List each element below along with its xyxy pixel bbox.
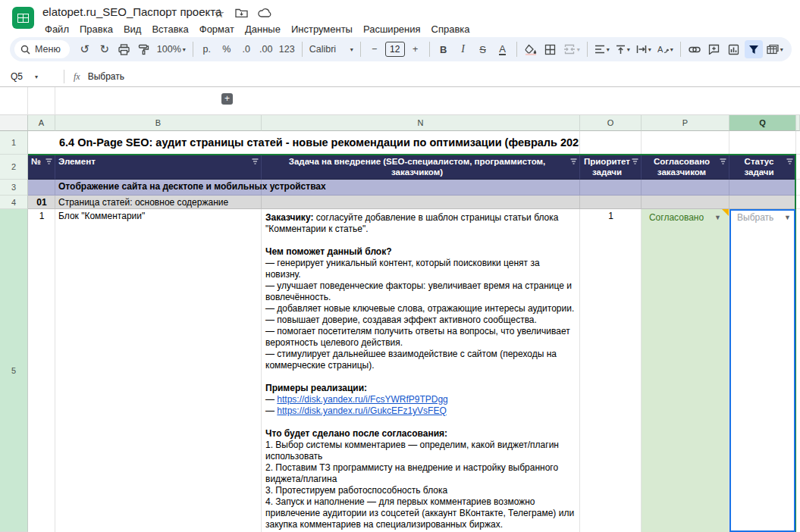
horizontal-align-button[interactable]: ▾ xyxy=(592,40,612,58)
text-color-button[interactable]: A xyxy=(499,44,506,55)
cloud-status-icon[interactable] xyxy=(258,8,272,18)
cell-q2-header-status[interactable]: Статус задачи xyxy=(729,155,796,180)
italic-button[interactable]: I xyxy=(454,40,472,58)
row-header-1[interactable]: 1 xyxy=(0,131,28,155)
cell-p3[interactable] xyxy=(642,180,729,196)
insert-link-button[interactable] xyxy=(685,40,704,58)
cell-a1[interactable] xyxy=(28,131,55,155)
font-size-input[interactable]: 12 xyxy=(385,42,405,57)
cell-b4-subsection[interactable]: Страница статей: основное содержание xyxy=(55,196,262,209)
font-select[interactable]: Calibri▾ xyxy=(307,40,356,58)
cell-o4[interactable] xyxy=(580,196,642,209)
row-header-2[interactable]: 2 xyxy=(0,155,28,180)
redo-button[interactable]: ↻ xyxy=(96,40,114,58)
column-header-n[interactable]: N xyxy=(262,115,580,131)
strikethrough-button[interactable]: S xyxy=(474,40,492,58)
create-filter-button[interactable] xyxy=(745,40,763,58)
cell-o1[interactable] xyxy=(580,131,642,155)
menu-help[interactable]: Справка xyxy=(426,23,475,36)
cell-q5-status-dropdown[interactable]: Выбрать ▼ xyxy=(729,209,796,532)
row-header-3[interactable]: 3 xyxy=(0,180,28,196)
formula-input[interactable]: Выбрать xyxy=(88,71,124,82)
text-rotation-button[interactable]: A ▾ xyxy=(655,40,676,58)
number-format-button[interactable]: 123 xyxy=(277,40,297,58)
cell-q1[interactable] xyxy=(729,131,796,155)
cell-q4[interactable] xyxy=(729,196,796,209)
cell-o3[interactable] xyxy=(580,180,642,196)
cell-b2-header-element[interactable]: Элемент xyxy=(55,155,262,180)
filter-views-button[interactable]: ▾ xyxy=(764,40,786,58)
cell-q3[interactable] xyxy=(729,180,796,196)
cell-p1[interactable] xyxy=(642,131,729,155)
currency-format-button[interactable]: р. xyxy=(198,40,216,58)
decrease-decimal-button[interactable]: .0 xyxy=(237,40,256,58)
select-all-corner[interactable] xyxy=(0,115,28,131)
bold-button[interactable]: B xyxy=(435,40,453,58)
formula-bar: Q5 ▾ fx Выбрать xyxy=(0,67,800,87)
task-link[interactable]: https://disk.yandex.ru/i/GukcEFz1yVsFEQ xyxy=(277,405,446,416)
decrease-font-size-button[interactable]: − xyxy=(365,40,384,58)
svg-text:A: A xyxy=(657,45,664,54)
print-button[interactable] xyxy=(115,40,133,58)
cell-a2-header-num[interactable]: № xyxy=(28,155,55,180)
cell-a5[interactable]: 1 xyxy=(28,209,55,532)
row-header-4[interactable]: 4 xyxy=(0,196,28,209)
increase-decimal-button[interactable]: .00 xyxy=(257,40,275,58)
star-icon[interactable]: ☆ xyxy=(214,6,224,20)
cell-n2-header-task[interactable]: Задача на внедрение (SEO-специалистом, п… xyxy=(262,155,580,180)
column-header-p[interactable]: P xyxy=(642,115,729,131)
document-title[interactable]: elatopet.ru_SEO_Паспорт проекта xyxy=(42,5,221,18)
cell-p2-header-approved[interactable]: Согласовано заказчиком xyxy=(642,155,729,180)
note-marker xyxy=(722,209,729,216)
cell-b3-section[interactable]: Отображение сайта на десктопе и мобильны… xyxy=(55,180,262,196)
text-wrap-button[interactable]: ▾ xyxy=(634,40,654,58)
undo-button[interactable]: ↺ xyxy=(76,40,94,58)
cell-o5-priority[interactable]: 1 xyxy=(580,209,642,532)
cell-o2-header-priority[interactable]: Приоритет задачи xyxy=(580,155,642,180)
cell-n5-task[interactable]: Заказчику: согласуйте добавление в шабло… xyxy=(262,209,580,532)
column-header-o[interactable]: O xyxy=(580,115,642,131)
insert-chart-button[interactable] xyxy=(725,40,743,58)
cell-a4[interactable]: 01 xyxy=(28,196,55,209)
menu-insert[interactable]: Вставка xyxy=(146,23,193,36)
row-header-5[interactable]: 5 xyxy=(0,209,28,532)
menu-edit[interactable]: Правка xyxy=(74,23,118,36)
menu-view[interactable]: Вид xyxy=(118,23,147,36)
menu-data[interactable]: Данные xyxy=(240,23,286,36)
menu-tools[interactable]: Инструменты xyxy=(286,23,358,36)
column-header-q[interactable]: Q xyxy=(729,115,796,131)
increase-font-size-button[interactable]: + xyxy=(406,40,425,58)
move-folder-icon[interactable] xyxy=(235,8,248,18)
vertical-align-button[interactable]: ▾ xyxy=(613,40,632,58)
active-cell-reference: Q5 xyxy=(11,71,23,82)
fill-color-button[interactable] xyxy=(522,40,540,58)
search-menus-button[interactable]: Меню xyxy=(14,40,70,58)
borders-button[interactable] xyxy=(541,40,560,58)
name-box[interactable]: Q5 ▾ xyxy=(0,71,58,82)
filter-icon xyxy=(632,158,638,164)
column-header-b[interactable]: B xyxy=(55,115,262,131)
paint-format-button[interactable] xyxy=(135,40,153,58)
menu-format[interactable]: Формат xyxy=(194,23,240,36)
cell-b5-element[interactable]: Блок "Комментарии" xyxy=(55,209,262,532)
merge-cells-button[interactable]: ▾ xyxy=(561,40,582,58)
cell-p4[interactable] xyxy=(642,196,729,209)
cell-b1-title[interactable]: 6.4 On-Page SEO: аудит страницы статей -… xyxy=(55,131,580,155)
cell-a3[interactable] xyxy=(28,180,55,196)
menu-extensions[interactable]: Расширения xyxy=(358,23,426,36)
column-header-a[interactable]: A xyxy=(28,115,55,131)
column-group-strip: + xyxy=(55,87,800,115)
percent-format-button[interactable]: % xyxy=(218,40,236,58)
expand-column-group-button[interactable]: + xyxy=(221,93,233,105)
filter-icon xyxy=(45,158,52,164)
cell-p5-approved-dropdown[interactable]: Согласовано ▼ xyxy=(642,209,729,532)
menu-file[interactable]: Файл xyxy=(39,23,74,36)
filter-icon xyxy=(570,158,577,164)
sheets-logo-icon[interactable] xyxy=(12,7,34,29)
insert-comment-button[interactable] xyxy=(705,40,723,58)
filter-icon xyxy=(786,158,793,164)
task-link[interactable]: https://disk.yandex.ru/i/FcsYWRfP9TPDgg xyxy=(277,394,447,405)
zoom-select[interactable]: 100%▾ xyxy=(155,40,188,58)
cell-n4[interactable] xyxy=(262,196,580,209)
toolbar: Меню ↺ ↻ 100%▾ р. % .0 .00 123 Calibri▾ … xyxy=(10,37,792,61)
